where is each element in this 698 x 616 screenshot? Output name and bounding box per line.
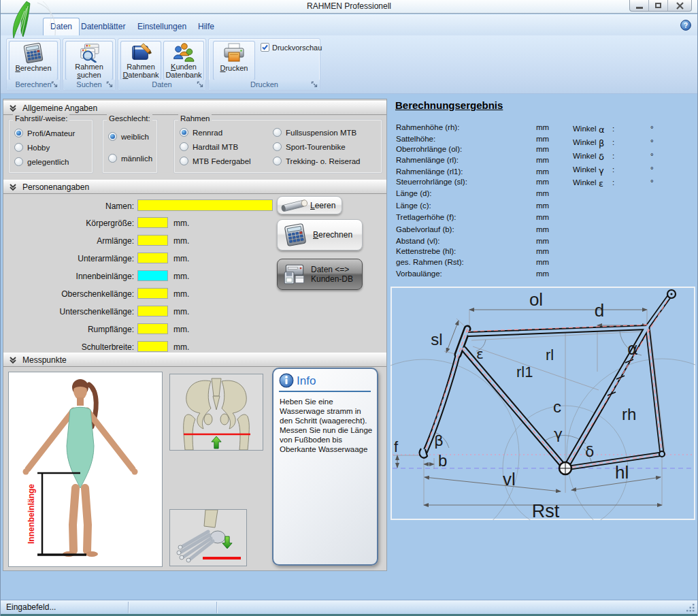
radio-icon <box>14 157 23 166</box>
kunden-datenbank-button[interactable]: KundenDatenbank <box>163 41 204 80</box>
radio-label: Hardtail MTB <box>193 143 238 151</box>
resize-grip[interactable] <box>686 603 695 612</box>
status-text: Eingabefeld... <box>6 602 56 612</box>
customers-people-icon <box>171 42 196 63</box>
rumpflaenge-input[interactable] <box>137 323 168 334</box>
result-label: ges. Rahmen (Rst): <box>396 258 464 266</box>
name-input[interactable] <box>137 199 273 211</box>
input-panel: Allgemeine Angaben Fahrstil/-weise: Prof… <box>3 99 387 571</box>
radio-trekking-reiserad[interactable]: Trekking- o. Reiserad <box>273 157 361 165</box>
result-unit: mm <box>536 178 549 186</box>
drucken-button[interactable]: Drucken <box>213 41 255 80</box>
group-caption: Suchen <box>63 80 115 90</box>
oberschenkellaenge-input[interactable] <box>137 288 168 299</box>
radio-label: Rennrad <box>193 129 222 137</box>
dialog-launcher-icon[interactable] <box>51 81 59 88</box>
ribbon-group-drucken: Drucken Druckvorschau Drucken <box>208 38 320 91</box>
druckvorschau-checkbox[interactable]: Druckvorschau <box>261 43 322 52</box>
tab-datenblaetter[interactable]: Datenblätter <box>81 22 125 31</box>
dialog-launcher-icon[interactable] <box>311 81 318 88</box>
radio-profi-amateur[interactable]: Profi/Amateur <box>14 129 75 137</box>
title-bar[interactable]: RAHMEN Professionell <box>1 0 697 14</box>
diagram-label-rst: Rst <box>532 501 560 520</box>
button-label: Berechnen <box>10 64 57 72</box>
innenbeinlaenge-input[interactable] <box>137 270 168 281</box>
button-label: Berechnen <box>313 230 352 240</box>
name-label: Namen: <box>5 201 134 211</box>
radio-mtb-federgabel[interactable]: MTB Federgabel <box>180 157 251 165</box>
button-label: Daten <=>Kunden-DB <box>311 265 353 284</box>
section-header-allgemeine-angaben[interactable]: Allgemeine Angaben <box>3 101 386 115</box>
close-button[interactable] <box>668 0 691 11</box>
radio-icon <box>180 142 188 151</box>
diagram-label-sl: sl <box>431 330 442 348</box>
button-label: Leeren <box>310 201 335 210</box>
calculator-icon <box>282 223 309 247</box>
result-unit: mm <box>536 156 549 164</box>
button-label: Drucken <box>214 64 254 72</box>
tab-hilfe[interactable]: Hilfe <box>198 22 214 31</box>
radio-icon <box>14 129 23 137</box>
result-label: Vorbaulänge: <box>396 270 442 278</box>
unterarmlaenge-input[interactable] <box>137 253 168 263</box>
rahmen-suchen-button[interactable]: Rahmensuchen <box>65 41 113 80</box>
radio-sport-tourenbike[interactable]: Sport-Tourenbike <box>273 142 346 151</box>
radio-icon <box>108 132 117 141</box>
result-label: Rahmenlänge (rl): <box>396 156 459 164</box>
daten-kunden-db-button[interactable]: Daten <=>Kunden-DB <box>277 259 363 290</box>
tab-einstellungen[interactable]: Einstellungen <box>137 22 186 31</box>
unit-label: mm. <box>173 307 189 317</box>
schulterbreite-input[interactable] <box>137 341 168 352</box>
radio-weiblich[interactable]: weiblich <box>108 132 149 141</box>
diagram-angle-alpha: α <box>627 340 638 359</box>
window-controls <box>629 0 692 12</box>
radio-hardtail-mtb[interactable]: Hardtail MTB <box>180 142 238 151</box>
results-panel: Berechnungsergebnis Rahmenhöhe (rh):mm S… <box>388 95 697 600</box>
section-header-messpunkte[interactable]: Messpunkte <box>3 353 386 367</box>
section-header-personenangaben[interactable]: Personenangaben <box>3 180 386 194</box>
radio-label: Fullsuspension MTB <box>286 129 356 137</box>
koerpergroesse-input[interactable] <box>137 217 168 228</box>
groupbox-legend: Fahrstil/-weise: <box>13 114 69 123</box>
diagram-label-vl: vl <box>503 469 516 489</box>
result-label: Steuerrohrlänge (sl): <box>396 178 467 186</box>
fahrstil-groupbox: Fahrstil/-weise: Profi/Amateur Hobby gel… <box>8 119 93 174</box>
radio-maennlich[interactable]: männlich <box>108 154 152 163</box>
radio-rennrad[interactable]: Rennrad <box>180 128 222 137</box>
greek-letter: ε <box>599 178 603 189</box>
status-separator <box>128 602 129 613</box>
greek-letter: γ <box>599 165 604 176</box>
checkbox-box <box>261 43 269 52</box>
greek-letter: β <box>599 138 604 148</box>
info-divider <box>279 391 371 392</box>
maximize-button[interactable] <box>649 0 668 11</box>
winkel-label: Winkel <box>573 138 597 146</box>
dialog-launcher-icon[interactable] <box>197 81 204 88</box>
rahmen-datenbank-button[interactable]: RahmenDatenbank <box>120 41 161 80</box>
radio-gelegentlich[interactable]: gelegentlich <box>14 157 69 166</box>
dialog-launcher-icon[interactable] <box>106 81 114 88</box>
armlaenge-input[interactable] <box>137 235 168 246</box>
search-windows-icon <box>77 42 101 63</box>
minimize-icon <box>636 7 643 9</box>
greek-letter: α <box>599 125 605 135</box>
result-label: Oberrohrlänge (ol): <box>396 145 462 153</box>
app-logo-icon <box>7 0 56 39</box>
leeren-button[interactable]: Leeren <box>277 196 342 214</box>
radio-hobby[interactable]: Hobby <box>14 143 50 152</box>
berechnen-form-button[interactable]: Berechnen <box>277 219 363 250</box>
unterschenkellaenge-input[interactable] <box>137 306 168 317</box>
berechnen-ribbon-button[interactable]: Berechnen <box>9 41 58 80</box>
button-label: RahmenDatenbank <box>121 63 161 79</box>
radio-fullsuspension-mtb[interactable]: Fullsuspension MTB <box>273 128 356 137</box>
result-unit: mm <box>536 225 549 233</box>
minimize-button[interactable] <box>630 0 649 11</box>
help-icon[interactable] <box>680 20 691 31</box>
degree-unit: ° <box>650 152 654 160</box>
radio-label: Sport-Tourenbike <box>286 143 346 151</box>
diagram-label-rl1: rl1 <box>516 363 533 380</box>
angle-row: Winkelβ:° <box>573 138 688 149</box>
diagram-label-f: f <box>394 438 399 455</box>
result-unit: mm <box>536 213 549 221</box>
info-title: Info <box>297 374 316 388</box>
